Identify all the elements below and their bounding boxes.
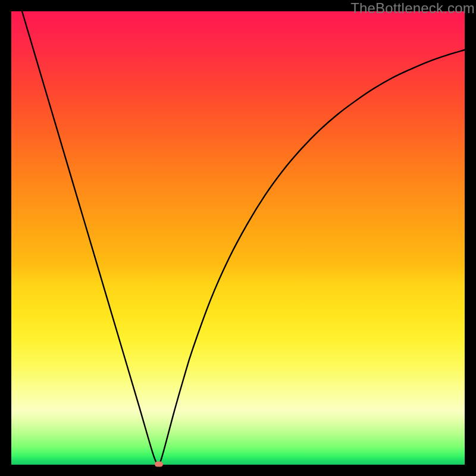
minimum-marker <box>155 462 163 467</box>
plot-area <box>11 11 465 465</box>
bottleneck-curve-path <box>11 0 465 465</box>
watermark-text: TheBottleneck.com <box>350 0 475 17</box>
curve-svg <box>11 11 465 465</box>
chart-stage: TheBottleneck.com <box>0 0 476 476</box>
